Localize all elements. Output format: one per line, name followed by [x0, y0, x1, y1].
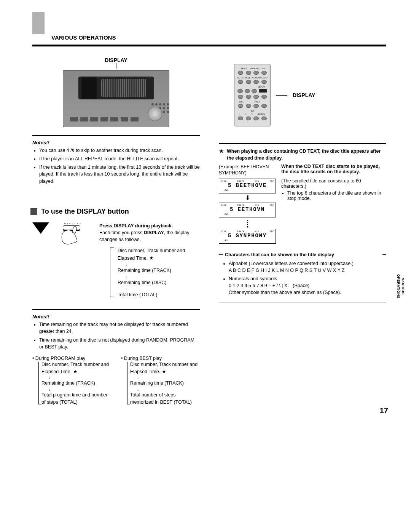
side-section-tab: VARIOUS OPERATIONS: [396, 274, 405, 299]
remote-label: CLEAR: [261, 77, 267, 79]
remote-label: MODE: [245, 77, 250, 79]
notes-list: You can use 4 /¢ to skip to another trac…: [32, 147, 200, 185]
step-heading: Press DISPLAY during playback.: [99, 223, 173, 228]
cycle-item: Disc number, Track number and Elapsed Ti…: [41, 361, 111, 375]
char-item: Numerals and symbols 0 1 2 3 4 5 6 7 8 9…: [229, 275, 383, 296]
lcd-value: 5 SYNPHONY: [221, 233, 274, 239]
divider: [219, 143, 386, 144]
cycle-item: Disc number, Track number and Elapsed Ti…: [130, 361, 200, 375]
lcd-value: 5 BEETHOVE: [221, 182, 274, 189]
manual-page: VARIOUS OPERATIONS DISPLAY: [0, 0, 411, 425]
arrow-down-icon: ↓: [114, 286, 200, 291]
right-column: HI-LITE PREVIOUS NEXT REPEAT MODE PROGRA…: [219, 57, 386, 406]
cycle-item: Total program time and number of steps (…: [41, 391, 111, 406]
scroll-note: (The scrolled title can consist up to 60…: [281, 178, 386, 189]
leader-line: [276, 95, 287, 96]
lcd-label: ALL: [221, 239, 274, 241]
subsection-header: To use the DISPLAY button: [30, 208, 200, 216]
step-text-part: Each time you press: [99, 230, 144, 235]
cycle-bracket-icon: [110, 248, 114, 297]
arrow-down-icon: ↓: [41, 387, 111, 391]
example-label: (Example: BEETHOVEN SYMPHONY): [219, 164, 276, 176]
character-set-box: Characters that can be shown in the titl…: [219, 254, 386, 303]
cd-text-figure: (Example: BEETHOVEN SYMPHONY) DISC TRACK…: [219, 164, 386, 246]
note-item: If the player is in ALL REPEAT mode, the…: [39, 155, 200, 162]
lcd-label: TRACK: [237, 230, 245, 233]
lcd-display: DISC TRACK MIN SEC 5 EETHOVN ALL: [219, 203, 276, 217]
lcd-label: MIN: [255, 230, 259, 233]
arrow-down-icon: ↓: [41, 375, 111, 380]
lcd-label: DISC: [221, 180, 227, 182]
arrow-down-icon: ↓: [114, 274, 200, 279]
char-box-title: Characters that can be shown in the titl…: [225, 252, 334, 257]
lcd-display-stack: (Example: BEETHOVEN SYMPHONY) DISC TRACK…: [219, 164, 276, 246]
cycle-bracket-icon: [127, 362, 130, 404]
remote-label: TRACK: [254, 101, 260, 103]
arrow-down-icon: ⬇: [219, 195, 276, 201]
display-cycle-diagram: Disc number, Track number and Elapsed Ti…: [111, 247, 200, 299]
lcd-label: ALL: [221, 212, 274, 215]
remote-label: 1: [239, 113, 240, 115]
lcd-label: MIN: [255, 204, 259, 206]
remote-label: 2: [245, 113, 246, 115]
lcd-label: SEC: [269, 204, 274, 206]
remote-control-illustration: HI-LITE PREVIOUS NEXT REPEAT MODE PROGRA…: [234, 64, 271, 126]
note-item: If the track is less than 1 minute long,…: [39, 164, 200, 184]
divider: [32, 309, 200, 310]
scroll-heading: When the CD TEXT disc starts to be playe…: [281, 164, 380, 174]
lcd-label: SEC: [269, 180, 274, 182]
chapter-tab: [32, 12, 45, 34]
best-cycle: Disc number, Track number and Elapsed Ti…: [128, 361, 200, 406]
star-icon: ★: [219, 148, 224, 161]
remote-label: PROGRAM: [252, 77, 261, 79]
arrow-down-icon: ↓: [130, 375, 200, 380]
notes-list: Time remaining on the track may not be d…: [32, 321, 200, 350]
star-note-text: When playing a disc containing CD TEXT, …: [227, 148, 386, 161]
remote-label: DISC: [239, 101, 244, 103]
remote-label: HI-LITE: [241, 67, 247, 70]
page-number: 17: [380, 406, 388, 415]
lcd-label: ALL: [221, 189, 274, 191]
lcd-label: MIN: [255, 180, 259, 182]
left-column: DISPLAY: [32, 57, 200, 406]
triangle-down-icon: [32, 222, 49, 234]
display-button-illustration: D I S P L A Y: [57, 222, 92, 244]
program-play-label: During PROGRAM play: [35, 356, 85, 361]
remote-figure: HI-LITE PREVIOUS NEXT REPEAT MODE PROGRA…: [234, 64, 386, 126]
remote-display-key-label: DISPLAY: [258, 86, 265, 88]
two-column-layout: DISPLAY: [32, 57, 386, 406]
divider-heavy: [32, 45, 386, 46]
remote-label: PREVIOUS: [250, 67, 259, 70]
cycle-item: Remaining time (TRACK): [130, 380, 200, 387]
lcd-value: 5 EETHOVN: [221, 206, 274, 212]
notes-heading: Notes!!: [32, 314, 200, 320]
step-text: Press DISPLAY during playback. Each time…: [99, 222, 200, 303]
lcd-display: DISC TRACK MIN SEC 5 BEETHOVE ALL: [219, 179, 276, 193]
dotted-arrow-icon: •••▾: [219, 220, 276, 227]
lcd-display: DISC TRACK MIN SEC 5 SYNPHONY ALL: [219, 229, 276, 244]
cd-player-illustration: [32, 70, 200, 128]
best-play-label: During BEST play: [124, 356, 162, 361]
subsection-title: To use the DISPLAY button: [41, 208, 129, 216]
scroll-info: When the CD TEXT disc starts to be playe…: [281, 164, 386, 201]
remote-label: REPEAT: [237, 77, 244, 79]
cycle-item: Disc number, Track number and Elapsed Ti…: [114, 247, 200, 262]
note-item: You can use 4 /¢ to skip to another trac…: [39, 147, 200, 154]
play-mode-cycles: • During PROGRAM play Disc number, Track…: [32, 356, 200, 406]
cycle-bracket-icon: [38, 362, 41, 404]
leader-line: [116, 63, 116, 69]
square-bullet-icon: [30, 208, 37, 215]
remote-label: SET: [251, 110, 254, 112]
scroll-bullet: The top 8 characters of the title are sh…: [287, 190, 386, 201]
lcd-label: TRACK: [237, 204, 245, 206]
arrow-down-icon: ↓: [130, 387, 200, 391]
divider: [32, 135, 200, 136]
button-label-tiny: D I S P L A Y: [64, 222, 81, 225]
char-item: Alphabet (Lowercase letters are converte…: [229, 260, 383, 274]
section-title: VARIOUS OPERATIONS: [51, 34, 386, 41]
note-item: Time remaining on the track may not be d…: [39, 321, 200, 335]
cycle-item: Remaining time (TRACK): [114, 267, 200, 274]
display-label-remote: DISPLAY: [293, 92, 315, 98]
star-note: ★ When playing a disc containing CD TEXT…: [219, 148, 386, 161]
lcd-label: DISC: [221, 204, 227, 206]
